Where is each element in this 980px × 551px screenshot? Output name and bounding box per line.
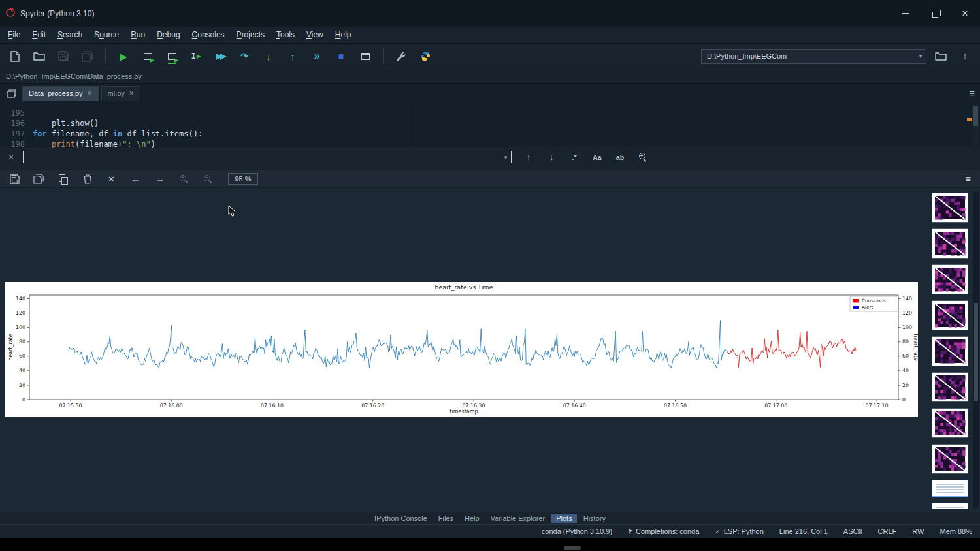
tab-close-icon[interactable]: × bbox=[129, 89, 134, 97]
stop-button[interactable]: ■ bbox=[331, 46, 351, 66]
menu-file[interactable]: File bbox=[2, 27, 26, 43]
code-line[interactable]: print(filename+": \n") bbox=[33, 139, 203, 148]
python-env-button[interactable] bbox=[416, 46, 435, 66]
run-selection-button[interactable]: I▶ bbox=[186, 46, 206, 66]
whole-words-toggle[interactable]: ab bbox=[613, 151, 627, 164]
status-cursor-position-text: Line 216, Col 1 bbox=[779, 527, 828, 535]
plot-thumbnail-8[interactable] bbox=[932, 444, 968, 474]
code-line[interactable]: plt.show() bbox=[33, 118, 203, 129]
highlight-matches-button[interactable]: + bbox=[636, 151, 649, 164]
close-icon: × bbox=[8, 152, 14, 162]
status-encoding-text: ASCII bbox=[843, 527, 862, 535]
save-all-button[interactable] bbox=[78, 46, 97, 66]
find-previous-button[interactable]: ↑ bbox=[522, 151, 535, 164]
open-file-button[interactable] bbox=[29, 46, 49, 66]
svg-text:100: 100 bbox=[16, 324, 25, 330]
code-line[interactable]: for filename, df in df_list.items(): bbox=[33, 129, 203, 139]
code-line[interactable] bbox=[33, 108, 203, 118]
menu-search[interactable]: Search bbox=[52, 27, 88, 43]
save-plot-icon bbox=[10, 174, 20, 184]
continue-button[interactable]: » bbox=[307, 46, 327, 66]
parent-directory-button[interactable]: ↑ bbox=[955, 46, 975, 66]
menu-source[interactable]: Source bbox=[88, 27, 125, 43]
svg-text:heart_rate: heart_rate bbox=[8, 334, 14, 361]
menu-run[interactable]: Run bbox=[125, 27, 151, 43]
svg-text:07 16:30: 07 16:30 bbox=[463, 403, 485, 409]
remove-all-plots-button[interactable]: ✕ bbox=[102, 171, 121, 187]
debug-file-button[interactable]: ▶▶ bbox=[210, 46, 230, 66]
run-cell-button[interactable]: ▶ bbox=[138, 46, 157, 66]
close-find-button[interactable]: × bbox=[6, 152, 16, 162]
menu-consoles[interactable]: Consoles bbox=[186, 27, 231, 43]
run-button[interactable]: ▶ bbox=[114, 46, 133, 66]
plot-thumbnail-3[interactable] bbox=[932, 264, 968, 294]
copy-plot-button[interactable] bbox=[54, 171, 73, 187]
status-lsp: ✓LSP: Python bbox=[715, 527, 764, 535]
step-over-button[interactable]: ↷ bbox=[235, 46, 254, 66]
thumbnail-scrollbar[interactable] bbox=[973, 192, 979, 508]
zoom-in-button[interactable]: + bbox=[174, 171, 193, 187]
browse-tabs-button[interactable] bbox=[4, 86, 18, 101]
chevron-down-icon[interactable]: ▾ bbox=[915, 50, 926, 63]
working-directory-combobox[interactable]: D:\Python_Imp\EEGCom ▾ bbox=[701, 49, 926, 64]
maximize-pane-button[interactable] bbox=[355, 46, 375, 66]
editor-options-button[interactable]: ≡ bbox=[969, 88, 975, 99]
previous-plot-button[interactable]: ← bbox=[126, 171, 145, 187]
heart-rate-figure[interactable]: heart_rate vs Time0020204040606080801001… bbox=[5, 282, 918, 417]
menu-projects[interactable]: Projects bbox=[231, 27, 270, 43]
breadcrumb: D:\Python_Imp\EEGCom\Data_process.py bbox=[0, 69, 980, 83]
plot-thumbnail-1[interactable] bbox=[932, 193, 968, 223]
pane-tab-help[interactable]: Help bbox=[460, 514, 484, 523]
menu-debug[interactable]: Debug bbox=[151, 27, 186, 43]
taskbar-hint bbox=[564, 546, 581, 550]
plot-thumbnail-2[interactable] bbox=[932, 228, 968, 259]
plots-options-button[interactable]: ≡ bbox=[965, 174, 971, 184]
next-plot-button[interactable]: → bbox=[150, 171, 169, 187]
plot-thumbnail-10[interactable] bbox=[932, 503, 968, 509]
pane-tab-files[interactable]: Files bbox=[434, 514, 458, 523]
plot-thumbnail-4[interactable] bbox=[932, 300, 968, 330]
thumbnail-scrollbar-thumb[interactable] bbox=[974, 303, 978, 401]
plot-thumbnail-6[interactable] bbox=[932, 372, 968, 402]
step-out-button[interactable]: ↑ bbox=[283, 46, 302, 66]
tab-close-icon[interactable]: × bbox=[88, 89, 92, 97]
pane-tab-plots[interactable]: Plots bbox=[551, 514, 576, 523]
menu-view[interactable]: View bbox=[301, 27, 329, 43]
restore-button[interactable] bbox=[920, 0, 950, 27]
browse-directory-button[interactable] bbox=[931, 46, 951, 66]
run-cell-advance-button[interactable]: ▶ bbox=[162, 46, 182, 66]
editor-scrollbar[interactable] bbox=[972, 104, 979, 147]
close-button[interactable]: × bbox=[950, 0, 980, 27]
line-number: 196 bbox=[0, 118, 25, 129]
plot-thumbnail-9[interactable] bbox=[932, 480, 968, 497]
zoom-out-button[interactable]: − bbox=[199, 171, 218, 187]
pane-tab-history[interactable]: History bbox=[579, 514, 610, 523]
search-history-dropdown-icon[interactable]: ▾ bbox=[500, 154, 511, 161]
remove-plot-button[interactable] bbox=[78, 171, 97, 187]
save-all-plots-button[interactable] bbox=[29, 171, 48, 187]
editor-scrollbar-thumb[interactable] bbox=[973, 106, 978, 126]
step-into-button[interactable]: ↓ bbox=[259, 46, 278, 66]
menu-edit[interactable]: Edit bbox=[26, 27, 52, 43]
zoom-level-value: 95 % bbox=[235, 175, 251, 183]
save-plot-button[interactable] bbox=[5, 171, 24, 187]
editor-tab-ml.py[interactable]: ml.py× bbox=[101, 86, 140, 101]
plot-thumbnail-7[interactable] bbox=[932, 408, 968, 438]
plot-thumbnail-5[interactable] bbox=[932, 336, 968, 366]
minimize-button[interactable] bbox=[890, 0, 920, 27]
case-sensitive-toggle[interactable]: Aa bbox=[591, 151, 604, 164]
menu-help[interactable]: Help bbox=[329, 27, 357, 43]
preferences-button[interactable] bbox=[391, 46, 411, 66]
save-button[interactable] bbox=[54, 46, 73, 66]
find-next-button[interactable]: ↓ bbox=[545, 151, 558, 164]
search-input[interactable] bbox=[24, 151, 500, 163]
status-memory-text: Mem 88% bbox=[939, 527, 972, 535]
editor-code-area[interactable]: 195196197198 plt.show()for filename, df … bbox=[0, 103, 980, 148]
new-file-button[interactable] bbox=[5, 46, 25, 66]
run-cell-icon: ▶ bbox=[144, 53, 152, 60]
pane-tab-ipython-console[interactable]: IPython Console bbox=[370, 514, 432, 523]
regex-toggle[interactable]: .* bbox=[568, 151, 581, 164]
pane-tab-variable-explorer[interactable]: Variable Explorer bbox=[486, 514, 550, 523]
menu-tools[interactable]: Tools bbox=[270, 27, 301, 43]
editor-tab-Data_process.py[interactable]: Data_process.py× bbox=[22, 86, 99, 101]
